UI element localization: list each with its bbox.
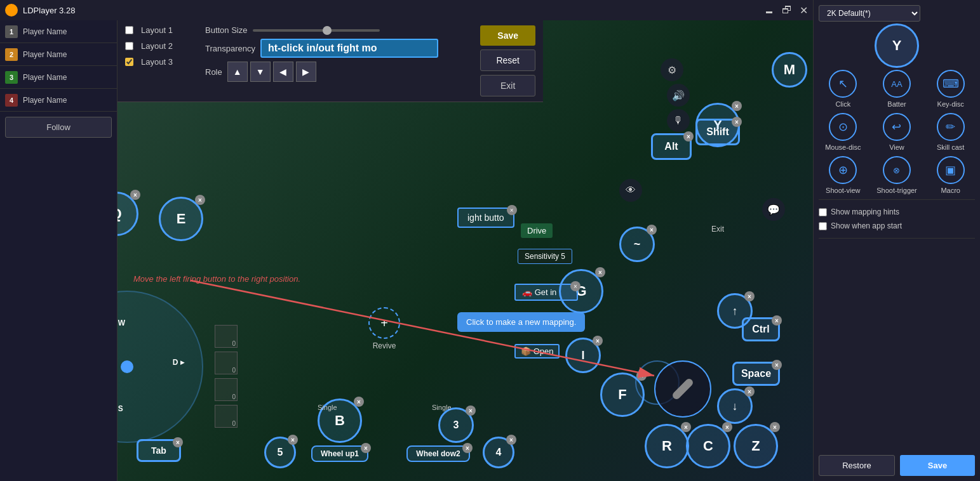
layout-save-button[interactable]: Save xyxy=(480,25,535,46)
role-up-button[interactable]: ▲ xyxy=(227,62,248,82)
resolution-select[interactable]: 2K Default(*) xyxy=(819,5,920,22)
key-disc-icon[interactable]: ⌨ xyxy=(937,70,965,98)
alt-key-button[interactable]: Alt × xyxy=(651,133,692,160)
settings-icon[interactable]: ⚙ xyxy=(661,58,683,81)
batter-icon[interactable]: AA xyxy=(883,70,911,98)
c-close[interactable]: × xyxy=(722,422,732,432)
num4-button[interactable]: 4 × xyxy=(483,437,514,468)
close-button[interactable]: ✕ xyxy=(800,4,808,16)
role-right-button[interactable]: ▶ xyxy=(296,62,316,82)
view-icon-item[interactable]: ↩ View xyxy=(873,113,922,151)
layout-2-checkbox[interactable] xyxy=(125,42,133,50)
wheel-down-close[interactable]: × xyxy=(462,443,473,453)
down-arrow-button[interactable]: ↓ × xyxy=(717,388,753,424)
follow-button[interactable]: Follow xyxy=(5,117,112,138)
y-key-button[interactable]: Y xyxy=(875,23,919,68)
num3-button[interactable]: 3 × xyxy=(438,407,474,443)
down-close[interactable]: × xyxy=(744,386,755,397)
num3-close[interactable]: × xyxy=(466,405,476,416)
speaker-icon[interactable]: 🔊 xyxy=(667,84,690,107)
player-1-item[interactable]: 1 Player Name xyxy=(0,20,117,43)
batter-icon-item[interactable]: AA Batter xyxy=(873,70,922,108)
show-on-start-checkbox[interactable] xyxy=(819,222,827,230)
z-close[interactable]: × xyxy=(770,422,780,432)
shoot-trigger-icon-item[interactable]: ⊗ Shoot-trigger xyxy=(873,156,922,194)
w-key-label: W xyxy=(118,319,125,327)
num5-close[interactable]: × xyxy=(288,435,298,445)
y-close[interactable]: × xyxy=(732,101,742,111)
wheel-up-label[interactable]: Wheel up1 × xyxy=(311,445,368,462)
button-size-slider[interactable] xyxy=(253,29,380,32)
exit-game-label: Exit xyxy=(711,225,724,234)
titlebar: LDPlayer 3.28 🗕 🗗 ✕ xyxy=(0,0,813,20)
drive-label[interactable]: Drive xyxy=(521,223,553,238)
wheel-down-label[interactable]: Wheel dow2 × xyxy=(406,445,470,462)
e-key-button[interactable]: E × xyxy=(159,197,203,241)
up-arrow-button[interactable]: ↑ × xyxy=(717,293,753,329)
up-close[interactable]: × xyxy=(744,291,755,301)
shift-key-button[interactable]: Shift × xyxy=(695,119,740,145)
key-disc-icon-item[interactable]: ⌨ Key-disc xyxy=(926,70,975,108)
fight-mode-close[interactable]: × xyxy=(507,205,517,215)
show-hints-checkbox[interactable] xyxy=(819,208,827,216)
player-4-item[interactable]: 4 Player Name xyxy=(0,89,117,112)
eye-icon[interactable]: 👁 xyxy=(619,179,642,202)
layout-3-checkbox[interactable] xyxy=(125,58,133,66)
shoot-view-icon[interactable]: ⊕ xyxy=(829,156,857,184)
restore-button[interactable]: Restore xyxy=(819,455,895,476)
transparency-input[interactable] xyxy=(260,39,438,58)
single-2-label: Single xyxy=(432,404,452,411)
layout-3-label: Layout 3 xyxy=(141,57,192,67)
num5-button[interactable]: 5 × xyxy=(264,437,296,468)
shift-close[interactable]: × xyxy=(732,117,742,127)
save-panel-button[interactable]: Save xyxy=(900,455,975,476)
app-title: LDPlayer 3.28 xyxy=(23,6,75,15)
fight-mode-button[interactable]: ight butto × xyxy=(457,208,514,228)
skill-cast-icon-item[interactable]: ✏ Skill cast xyxy=(926,113,975,151)
player-1-name: Player Name xyxy=(23,27,67,36)
tab-key-button[interactable]: Tab × xyxy=(137,439,181,462)
role-left-button[interactable]: ◀ xyxy=(273,62,293,82)
player-3-item[interactable]: 3 Player Name xyxy=(0,66,117,89)
r-close[interactable]: × xyxy=(681,422,691,432)
mouse-disc-icon[interactable]: ⊙ xyxy=(829,113,857,141)
space-key-button[interactable]: Space × xyxy=(732,362,780,386)
alt-close[interactable]: × xyxy=(683,131,694,142)
e-close[interactable]: × xyxy=(195,195,205,205)
shoot-view-icon-item[interactable]: ⊕ Shoot-view xyxy=(819,156,868,194)
skill-cast-icon[interactable]: ✏ xyxy=(937,113,965,141)
player-2-item[interactable]: 2 Player Name xyxy=(0,43,117,66)
macro-icon-item[interactable]: ▣ Macro xyxy=(926,156,975,194)
m-key-button[interactable]: M xyxy=(772,52,807,88)
layout-2-label: Layout 2 xyxy=(141,41,192,51)
tab-close[interactable]: × xyxy=(173,437,183,447)
microphone-icon[interactable]: 🎙 xyxy=(667,109,690,132)
layout-1-label: Layout 1 xyxy=(141,25,192,35)
chat-icon[interactable]: 💬 xyxy=(762,198,785,221)
view-icon[interactable]: ↩ xyxy=(883,113,911,141)
role-down-button[interactable]: ▼ xyxy=(250,62,271,82)
ctrl-close[interactable]: × xyxy=(772,315,782,326)
wheel-up-close[interactable]: × xyxy=(361,443,371,453)
space-close[interactable]: × xyxy=(772,360,782,370)
q-close[interactable]: × xyxy=(130,190,140,200)
tilde-close[interactable]: × xyxy=(647,225,657,235)
maximize-button[interactable]: 🗗 xyxy=(782,4,792,16)
r-key-button[interactable]: R × xyxy=(645,424,689,468)
shoot-trigger-icon[interactable]: ⊗ xyxy=(883,156,911,184)
layout-reset-button[interactable]: Reset xyxy=(480,49,535,71)
player-2-num: 2 xyxy=(5,48,18,61)
player-3-num: 3 xyxy=(5,71,18,84)
layout-exit-button[interactable]: Exit xyxy=(480,75,535,96)
click-icon-item[interactable]: ↖ Click xyxy=(819,70,868,108)
z-key-button[interactable]: Z × xyxy=(734,424,778,468)
layout-1-checkbox[interactable] xyxy=(125,26,133,34)
mouse-disc-icon-item[interactable]: ⊙ Mouse-disc xyxy=(819,113,868,151)
num4-close[interactable]: × xyxy=(506,435,516,445)
c-key-button[interactable]: C × xyxy=(686,424,730,468)
macro-icon[interactable]: ▣ xyxy=(937,156,965,184)
minimize-button[interactable]: 🗕 xyxy=(764,4,774,16)
app-logo xyxy=(5,4,18,16)
click-icon[interactable]: ↖ xyxy=(829,70,857,98)
inv-item-4[interactable]: 0 xyxy=(215,405,238,428)
